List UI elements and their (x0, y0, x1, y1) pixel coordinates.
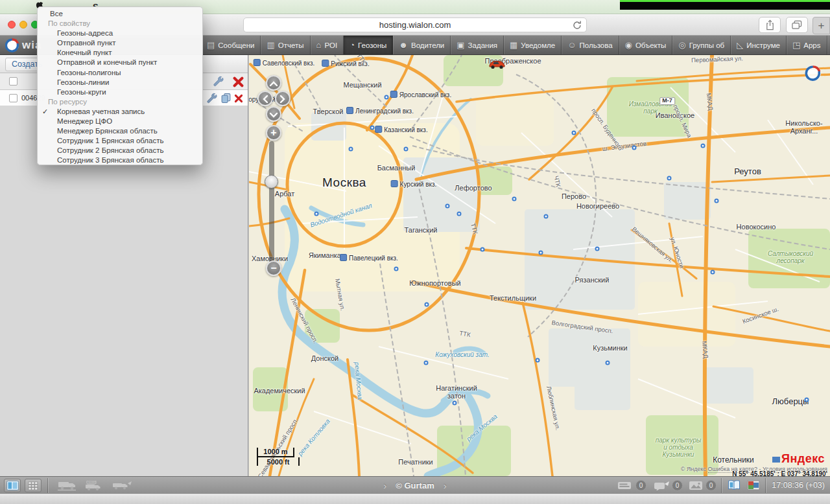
yandex-logo[interactable]: Яндекс (772, 452, 825, 466)
dropdown-item[interactable]: Менеджер Брянская область (38, 126, 202, 136)
dropdown-item[interactable]: Геозоны-круги (38, 87, 202, 97)
toolbar-tab[interactable]: ▦ Уведомле (504, 36, 562, 54)
driver-messages-icon[interactable] (617, 481, 633, 490)
tab-label: Объекты (635, 41, 666, 49)
dropdown-item-label: Менеджер ЦФО (57, 117, 112, 125)
delete-icon[interactable] (234, 94, 243, 103)
toolbar-tab[interactable]: ◳ Apps (787, 36, 827, 54)
edit-wrench-icon[interactable] (206, 93, 217, 104)
wialon-watermark-icon (805, 65, 822, 82)
toolbar-tab[interactable]: ▥ Отчеты (261, 36, 310, 54)
toolbar-tab[interactable]: ☻ Водители (393, 36, 451, 54)
tabs-icon (792, 20, 802, 30)
pan-down-button[interactable] (266, 106, 281, 122)
window-minimize-button[interactable] (19, 21, 27, 29)
driver-messages-count[interactable]: 0 (635, 480, 646, 491)
dropdown-item[interactable]: Сотрудник 3 Брянская область (38, 155, 202, 165)
tab-label: Группы об (689, 41, 725, 49)
sms-messages-count[interactable]: 0 (672, 480, 683, 491)
dropdown-item[interactable]: Сотрудник 2 Брянская область (38, 146, 202, 155)
share-button[interactable] (759, 17, 781, 33)
dropdown-item-label: Все (50, 10, 63, 17)
toolbar-tab[interactable]: ◉ Объекты (619, 36, 673, 54)
metro-station-dot (536, 358, 540, 363)
dropdown-item[interactable]: Геозоны-линии (38, 78, 202, 87)
window-close-button[interactable] (8, 21, 16, 29)
dropdown-item-label: Геозоны-линии (57, 78, 109, 86)
dropdown-item[interactable]: Геозоны-адреса (38, 29, 202, 38)
scale-metric: 1000 m (257, 448, 294, 457)
zoom-in-button[interactable]: + (266, 125, 281, 141)
dropdown-item[interactable]: Отправной пункт (38, 38, 202, 48)
pan-left-button[interactable] (257, 91, 273, 106)
zoom-slider-handle[interactable] (265, 175, 278, 189)
dropdown-item[interactable]: По свойству (38, 19, 202, 29)
dropdown-item-label: Геозоны-круги (57, 88, 106, 96)
toolbar-tab[interactable]: ◱ (827, 36, 830, 54)
toolbar-tab[interactable]: ◺ Инструме (731, 36, 787, 54)
toolbar-tab[interactable]: ◎ Группы об (672, 36, 731, 54)
metro-station-dot (385, 95, 389, 100)
tab-icon: ◺ (737, 40, 743, 50)
edit-all-wrench-icon[interactable] (213, 76, 224, 87)
metro-station-dot (480, 247, 485, 252)
toolbar-tab[interactable]: ◔ Геозоны (344, 36, 393, 54)
cursor-coordinates: N 55° 45.5185' : E 037° 34.8190' (732, 470, 827, 476)
metro-station-dot (711, 270, 715, 275)
tab-label: Инструме (746, 41, 780, 49)
tab-label: Пользова (580, 41, 613, 49)
row-checkbox[interactable] (9, 94, 18, 102)
sms-messages-icon[interactable] (654, 481, 670, 490)
map-canvas[interactable]: МоскваМещанскийТверскойБасманныйАрбатХам… (249, 55, 830, 476)
tab-label: POI (324, 41, 337, 49)
pan-up-button[interactable] (266, 75, 281, 91)
geodata-map-icon[interactable] (747, 480, 760, 490)
tab-overview-button[interactable] (786, 17, 808, 33)
toolbar-tab[interactable]: ▤ Сообщени (201, 36, 261, 54)
tab-label: Уведомле (521, 41, 555, 49)
scale-imperial: 5000 ft (257, 457, 300, 466)
zoom-out-button[interactable]: − (266, 260, 281, 276)
dropdown-item[interactable]: По ресурсу (38, 97, 202, 107)
zoom-slider-track[interactable] (269, 141, 274, 267)
new-tab-button[interactable]: + (812, 17, 830, 34)
tab-icon: ◎ (678, 40, 685, 50)
tab-icon: ◳ (792, 40, 800, 50)
metro-station-dot (667, 176, 672, 181)
metro-station-dot (404, 147, 409, 152)
dropdown-item[interactable]: Конечный пункт (38, 48, 202, 58)
dropdown-item[interactable]: Геозоны-полигоны (38, 68, 202, 78)
metro-station-dot (595, 247, 600, 251)
toolbar-tab[interactable]: ☺ Пользова (562, 36, 619, 54)
toolbar-tab[interactable]: ▣ Задания (451, 36, 504, 54)
dropdown-item[interactable]: ✓ Корневая учетная запись (38, 107, 202, 117)
metro-station-dot (424, 361, 429, 365)
tab-icon: ▦ (510, 40, 517, 50)
collapse-left-chevron[interactable]: › (383, 480, 386, 491)
media-messages-count[interactable]: 0 (706, 480, 717, 491)
dropdown-item[interactable]: Менеджер ЦФО (38, 117, 202, 126)
dropdown-item-label: По ресурсу (48, 98, 87, 106)
vehicle-marker-icon[interactable] (488, 59, 506, 69)
metro-station-dot (805, 398, 809, 402)
guide-book-icon[interactable] (728, 480, 741, 490)
dropdown-item[interactable]: Сотрудник 1 Брянская область (38, 136, 202, 146)
copy-icon[interactable] (220, 93, 231, 104)
collapse-right-chevron[interactable]: › (444, 480, 447, 491)
chevron-right-icon (279, 95, 286, 104)
dropdown-item-label: Корневая учетная запись (57, 108, 145, 115)
select-all-checkbox[interactable] (9, 77, 18, 86)
reload-icon[interactable] (572, 20, 582, 30)
media-messages-icon[interactable] (689, 481, 704, 490)
pan-right-button[interactable] (275, 91, 290, 106)
metro-station-dot (394, 267, 399, 271)
gurtam-copyright[interactable]: © Gurtam (396, 481, 434, 490)
dropdown-item-label: Отправной пункт (57, 39, 115, 47)
map-scale-control: 1000 m 5000 ft (257, 448, 300, 466)
toolbar-tab[interactable]: ⌂ POI (311, 36, 344, 54)
dropdown-item[interactable]: Все (38, 9, 202, 19)
delete-all-icon[interactable] (233, 76, 244, 87)
address-bar[interactable]: hosting.wialon.com (243, 17, 587, 32)
metro-station-dot (539, 251, 543, 255)
dropdown-item[interactable]: Отправной и конечный пункт (38, 58, 202, 67)
